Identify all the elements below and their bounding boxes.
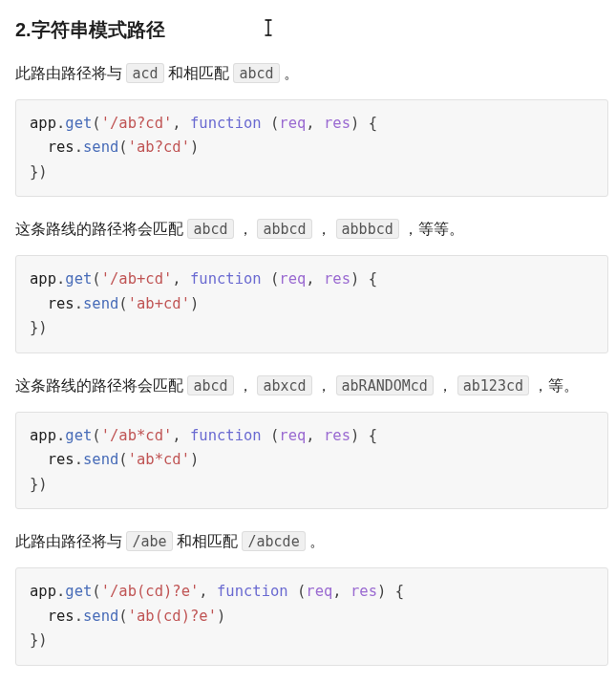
prose-ab-qmark: 此路由路径将与 acd 和相匹配 abcd 。	[15, 62, 608, 86]
inline-code: abxcd	[257, 375, 311, 395]
inline-code: acd	[126, 63, 163, 83]
prose-ab-group-qmark: 此路由路径将与 /abe 和相匹配 /abcde 。	[15, 530, 608, 554]
code-token: req	[279, 427, 306, 444]
text: 。	[284, 65, 299, 81]
inline-code: abcd	[233, 63, 279, 83]
inline-code: abRANDOMcd	[336, 375, 434, 395]
code-token: 'ab(cd)?e'	[128, 608, 217, 625]
code-block-ab-star: app.get('/ab*cd', function (req, res) { …	[15, 412, 608, 510]
code-token: '/ab?cd'	[101, 115, 173, 132]
code-block-ab-group-qmark: app.get('/ab(cd)?e', function (req, res)…	[15, 567, 608, 666]
text: ，	[437, 377, 453, 394]
code-block-ab-plus: app.get('/ab+cd', function (req, res) { …	[15, 255, 608, 353]
text: ，	[238, 221, 253, 237]
text: 。	[309, 533, 325, 549]
code-token: send	[83, 295, 118, 312]
code-token: res	[48, 608, 74, 625]
text: ，	[316, 377, 331, 394]
code-token: function	[190, 427, 262, 444]
code-token: res	[324, 427, 350, 444]
section-heading: 2.字符串模式路径	[15, 15, 608, 45]
text: 此路由路径将与	[15, 65, 122, 81]
text: ，等等。	[403, 221, 464, 237]
code-token: 'ab?cd'	[128, 139, 190, 156]
text: 和相匹配	[177, 533, 238, 549]
code-token: 'ab+cd'	[128, 295, 190, 312]
code-token: '/ab(cd)?e'	[101, 583, 200, 600]
inline-code: abbcd	[257, 219, 311, 239]
inline-code: abcd	[187, 219, 233, 239]
inline-code: ab123cd	[457, 375, 529, 395]
code-token: req	[279, 115, 306, 132]
code-token: req	[279, 270, 306, 288]
code-token: function	[190, 270, 262, 288]
text: ，	[316, 221, 331, 237]
code-token: '/ab+cd'	[101, 270, 173, 288]
code-token: res	[324, 115, 350, 132]
inline-code: /abcde	[242, 531, 305, 551]
code-token: res	[48, 139, 74, 156]
code-token: 'ab*cd'	[128, 451, 190, 468]
code-token: get	[65, 583, 92, 600]
code-token: send	[83, 608, 118, 625]
code-token: res	[48, 451, 74, 468]
code-token: get	[65, 115, 92, 132]
code-token: send	[83, 139, 118, 156]
code-token: res	[324, 270, 350, 288]
code-token: get	[65, 427, 92, 444]
text: ，	[238, 377, 253, 394]
code-token: app	[30, 270, 56, 288]
text: ，等。	[533, 377, 579, 394]
code-block-ab-qmark: app.get('/ab?cd', function (req, res) { …	[15, 99, 608, 198]
prose-ab-plus: 这条路线的路径将会匹配 abcd ， abbcd ， abbbcd ，等等。	[15, 218, 608, 242]
text: 这条路线的路径将会匹配	[15, 221, 183, 237]
inline-code: abcd	[187, 375, 233, 395]
code-token: send	[83, 451, 118, 468]
code-token: res	[350, 583, 377, 600]
text: 和相匹配	[168, 65, 229, 81]
code-token: function	[190, 115, 262, 132]
text: 这条路线的路径将会匹配	[15, 377, 183, 394]
prose-ab-star: 这条路线的路径将会匹配 abcd ， abxcd ， abRANDOMcd ， …	[15, 374, 608, 398]
code-token: req	[306, 583, 332, 600]
code-token: function	[217, 583, 288, 600]
code-token: '/ab*cd'	[101, 427, 173, 444]
text: 此路由路径将与	[15, 533, 122, 549]
inline-code: abbbcd	[336, 219, 399, 239]
code-token: app	[30, 115, 56, 132]
code-token: res	[48, 295, 74, 312]
code-token: app	[30, 583, 56, 600]
code-token: get	[65, 270, 92, 288]
code-token: app	[30, 427, 56, 444]
inline-code: /abe	[126, 531, 172, 551]
